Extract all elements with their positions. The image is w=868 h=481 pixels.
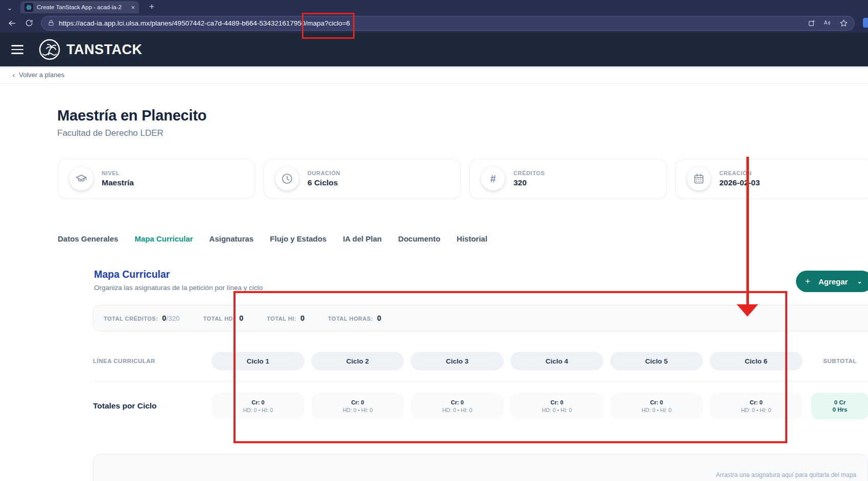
agregar-button-label: Agregar xyxy=(818,277,848,286)
react-favicon-icon xyxy=(25,3,33,12)
refresh-icon[interactable] xyxy=(22,16,36,30)
card-creacion: CREACIÓN 2026-02-03 xyxy=(675,159,868,199)
card-label: DURACIÓN xyxy=(308,170,340,176)
lock-icon xyxy=(48,19,55,27)
hash-icon: # xyxy=(481,167,505,190)
bandeja-hint: Arrastra una asignatura aquí para quitar… xyxy=(716,470,856,481)
url-input[interactable]: https://acad-ia.app.lci.ulsa.mx/planes/4… xyxy=(41,16,855,31)
read-aloud-icon[interactable]: A xyxy=(823,19,832,27)
cycle-pill-5[interactable]: Ciclo 5 xyxy=(610,352,703,370)
linea-curricular-header: LÍNEA CURRICULAR xyxy=(93,358,212,364)
card-nivel: NIVEL Maestría xyxy=(58,159,255,199)
tab-ia-del-plan[interactable]: IA del Plan xyxy=(343,234,382,243)
card-creditos: # CRÉDITOS 320 xyxy=(470,159,667,199)
url-highlighted-segment: /mapa?ciclo=6 xyxy=(306,19,350,27)
favorite-star-icon[interactable] xyxy=(839,19,848,28)
cycles-header-row: LÍNEA CURRICULAR Ciclo 1 Ciclo 2 Ciclo 3… xyxy=(93,352,868,381)
total-cell-ciclo-6: Cr: 0 HD: 0 • HI: 0 xyxy=(710,393,803,419)
brand-title: TANSTACK xyxy=(66,42,142,58)
total-cell-ciclo-5: Cr: 0 HD: 0 • HI: 0 xyxy=(610,393,703,419)
totals-stats-bar: TOTAL CRÉDITOS: 0/320 TOTAL HD: 0 TOTAL … xyxy=(93,305,868,331)
tab-title: Create TanStack App - acad-ia-2 xyxy=(37,4,127,10)
card-value: Maestría xyxy=(102,178,134,187)
card-label: CRÉDITOS xyxy=(513,170,545,176)
plan-tabs: Datos Generales Mapa Curricular Asignatu… xyxy=(58,234,868,243)
breadcrumb-label: Volver a planes xyxy=(19,71,64,79)
cycle-pill-4[interactable]: Ciclo 4 xyxy=(510,352,603,370)
tab-mapa-curricular[interactable]: Mapa Curricular xyxy=(134,234,193,243)
stat-total-hi: TOTAL HI: 0 xyxy=(267,314,304,322)
section-subtitle: Organiza las asignaturas de la petición … xyxy=(94,284,868,292)
totals-per-cycle-row: Totales por Ciclo Cr: 0 HD: 0 • HI: 0 Cr… xyxy=(93,381,868,419)
svg-text:A: A xyxy=(824,20,828,26)
section-title: Mapa Curricular xyxy=(94,269,868,280)
graduation-cap-icon xyxy=(69,167,93,190)
new-tab-button[interactable]: + xyxy=(149,2,154,13)
page-subtitle: Facultad de Derecho LDER xyxy=(57,128,868,138)
card-label: NIVEL xyxy=(102,170,134,176)
total-cell-ciclo-3: Cr: 0 HD: 0 • HI: 0 xyxy=(411,393,504,419)
card-value: 320 xyxy=(513,178,545,187)
collections-icon[interactable] xyxy=(808,19,816,27)
cycle-pill-2[interactable]: Ciclo 2 xyxy=(311,352,404,370)
cycle-pill-6[interactable]: Ciclo 6 xyxy=(710,352,803,370)
clock-icon xyxy=(275,167,299,190)
back-icon[interactable] xyxy=(5,16,18,30)
totals-row-label: Totales por Ciclo xyxy=(93,401,212,411)
tab-datos-generales[interactable]: Datos Generales xyxy=(58,234,118,243)
cycle-pill-3[interactable]: Ciclo 3 xyxy=(411,352,504,370)
calendar-icon xyxy=(687,167,711,190)
tab-documento[interactable]: Documento xyxy=(398,234,440,243)
stat-total-horas: TOTAL HORAS: 0 xyxy=(328,314,381,322)
stat-total-creditos: TOTAL CRÉDITOS: 0/320 xyxy=(104,314,180,323)
tanstack-logo-icon[interactable] xyxy=(38,38,61,61)
chevron-left-icon: ‹ xyxy=(12,70,15,79)
card-value: 6 Ciclos xyxy=(308,178,340,187)
browser-tab[interactable]: Create TanStack App - acad-ia-2 × xyxy=(20,1,139,13)
tab-asignaturas[interactable]: Asignaturas xyxy=(209,234,254,243)
total-cell-ciclo-1: Cr: 0 HD: 0 • HI: 0 xyxy=(212,393,304,419)
page-title: Maestría en Planecito xyxy=(57,107,868,124)
url-text: https://acad-ia.app.lci.ulsa.mx/planes/4… xyxy=(59,19,350,27)
card-value: 2026-02-03 xyxy=(719,178,760,187)
card-duracion: DURACIÓN 6 Ciclos xyxy=(264,159,461,199)
subtotal-header: SUBTOTAL xyxy=(809,358,868,364)
breadcrumb-back-link[interactable]: ‹ Volver a planes xyxy=(12,70,64,79)
plus-icon: + xyxy=(805,276,810,286)
agregar-button[interactable]: + Agregar ⌄ xyxy=(796,271,868,292)
bandeja-dropzone[interactable]: BANDEJA DE ENTRADA / ASIGNATURAS SIN ASI… xyxy=(93,454,868,481)
browser-tab-strip: ⌄ Create TanStack App - acad-ia-2 × + xyxy=(0,0,868,13)
breadcrumb-bar: ‹ Volver a planes xyxy=(0,66,868,84)
total-cell-ciclo-4: Cr: 0 HD: 0 • HI: 0 xyxy=(510,393,603,419)
card-label: CREACIÓN xyxy=(719,170,760,176)
tab-flujo-y-estados[interactable]: Flujo y Estados xyxy=(270,234,326,243)
hamburger-menu-icon[interactable] xyxy=(11,45,24,54)
tab-close-icon[interactable]: × xyxy=(131,4,135,11)
info-cards: NIVEL Maestría DURACIÓN 6 Ciclos # CRÉDI… xyxy=(58,159,868,199)
total-cell-ciclo-2: Cr: 0 HD: 0 • HI: 0 xyxy=(311,393,404,419)
subtotal-cell: 0 Cr 0 Hrs xyxy=(811,393,868,419)
cycle-pill-1[interactable]: Ciclo 1 xyxy=(212,352,304,370)
browser-address-bar: https://acad-ia.app.lci.ulsa.mx/planes/4… xyxy=(0,13,868,33)
app-header: TANSTACK xyxy=(0,33,868,66)
browser-profile-icon[interactable] xyxy=(863,18,868,28)
chevron-down-icon: ⌄ xyxy=(857,278,862,285)
stat-total-hd: TOTAL HD: 0 xyxy=(203,314,244,322)
tab-search-chevron-icon[interactable]: ⌄ xyxy=(2,2,17,13)
tab-historial[interactable]: Historial xyxy=(457,234,487,243)
